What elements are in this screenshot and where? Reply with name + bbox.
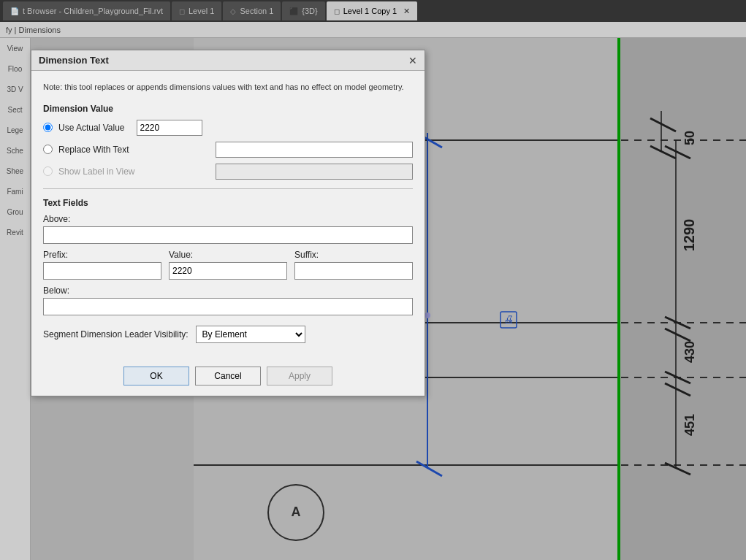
radio-use-actual[interactable] bbox=[43, 123, 53, 132]
apply-button[interactable]: Apply bbox=[267, 367, 332, 386]
value-input[interactable] bbox=[169, 262, 287, 280]
prefix-label: Prefix: bbox=[43, 250, 161, 260]
dialog-titlebar[interactable]: Dimension Text ✕ bbox=[31, 50, 425, 71]
show-label-input bbox=[216, 164, 413, 180]
below-input[interactable] bbox=[43, 298, 413, 315]
replace-with-text-row: Replace With Text bbox=[43, 142, 413, 158]
dialog-title: Dimension Text bbox=[39, 55, 109, 66]
segment-select[interactable]: By Element Show Hide bbox=[196, 326, 305, 343]
replace-with-text-input[interactable] bbox=[216, 142, 413, 158]
segment-row: Segment Dimension Leader Visibility: By … bbox=[43, 326, 413, 343]
value-label: Value: bbox=[169, 250, 287, 260]
below-label: Below: bbox=[43, 285, 413, 296]
cancel-button[interactable]: Cancel bbox=[195, 367, 261, 386]
radio-show-label-label[interactable]: Show Label in View bbox=[58, 166, 135, 177]
show-label-row: Show Label in View bbox=[43, 164, 413, 180]
dialog-body: Note: this tool replaces or appends dime… bbox=[31, 71, 425, 361]
use-actual-value-input[interactable] bbox=[137, 120, 202, 136]
dimension-value-label: Dimension Value bbox=[43, 104, 413, 114]
below-field-group: Below: bbox=[43, 285, 413, 315]
above-field-group: Above: bbox=[43, 214, 413, 244]
ok-button[interactable]: OK bbox=[123, 367, 189, 386]
above-label: Above: bbox=[43, 214, 413, 224]
radio-replace-with-text-label[interactable]: Replace With Text bbox=[58, 145, 129, 155]
text-fields-label: Text Fields bbox=[43, 198, 413, 208]
suffix-field-group: Suffix: bbox=[294, 250, 413, 280]
text-fields-section: Text Fields Above: Prefix: Value: Suf bbox=[43, 198, 413, 315]
suffix-input[interactable] bbox=[294, 262, 413, 280]
radio-replace-with-text[interactable] bbox=[43, 145, 53, 154]
dialog-footer: OK Cancel Apply bbox=[31, 361, 425, 396]
dialog-close-button[interactable]: ✕ bbox=[408, 55, 417, 66]
radio-show-label[interactable] bbox=[43, 166, 53, 176]
dimension-text-dialog: Dimension Text ✕ Note: this tool replace… bbox=[31, 50, 425, 396]
dialog-note: Note: this tool replaces or appends dime… bbox=[43, 81, 413, 93]
above-input[interactable] bbox=[43, 226, 413, 244]
prefix-field-group: Prefix: bbox=[43, 250, 161, 280]
three-cols: Prefix: Value: Suffix: bbox=[43, 250, 413, 280]
divider1 bbox=[43, 188, 413, 189]
radio-use-actual-label[interactable]: Use Actual Value bbox=[58, 123, 125, 133]
prefix-input[interactable] bbox=[43, 262, 161, 280]
use-actual-value-row: Use Actual Value bbox=[43, 120, 413, 136]
segment-leader-label: Segment Dimension Leader Visibility: bbox=[43, 329, 189, 340]
suffix-label: Suffix: bbox=[294, 250, 413, 260]
value-field-group: Value: bbox=[169, 250, 287, 280]
